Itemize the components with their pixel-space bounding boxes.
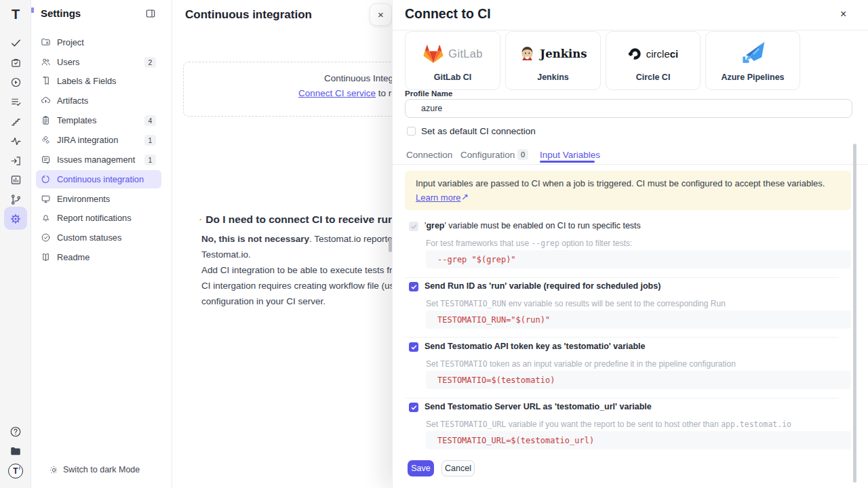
- settings-gear-icon[interactable]: [0, 210, 31, 228]
- provider-card-azure-pipelines[interactable]: Azure Pipelines: [705, 31, 800, 90]
- faq-paragraph: Add CI integration to be able to execute…: [201, 264, 392, 277]
- sidebar-item-report-notifications[interactable]: Report notifications: [36, 209, 161, 227]
- sidebar-item-environments[interactable]: Environments: [36, 190, 161, 208]
- gitlab-wordmark: GitLab: [448, 47, 482, 60]
- content-scrollbar-thumb[interactable]: [389, 238, 392, 252]
- list-check-icon[interactable]: [0, 93, 31, 110]
- run-id-checkbox[interactable]: [409, 282, 418, 291]
- code-snippet: TESTOMATIO_RUN="$(run)": [437, 315, 550, 325]
- panel-title: Connect to CI: [405, 6, 491, 22]
- jenkins-wordmark: Jenkins: [540, 47, 587, 60]
- page-title: Continuous integration: [185, 8, 312, 22]
- tab-connection[interactable]: Connection: [406, 150, 452, 160]
- icon-rail: T: [0, 0, 31, 488]
- play-circle-icon[interactable]: [0, 73, 31, 91]
- sidebar-item-jira-integration[interactable]: JIRA integration 1: [36, 131, 161, 149]
- app-root: T: [0, 0, 868, 488]
- active-tab-underline: [540, 161, 595, 163]
- check-icon[interactable]: [0, 34, 31, 52]
- code-block: --grep "$(grep)": [426, 250, 851, 268]
- code-block: TESTOMATIO_URL=$(testomatio_url): [426, 431, 851, 449]
- api-token-checkbox[interactable]: [409, 342, 418, 352]
- provider-label: GitLab CI: [406, 73, 500, 82]
- activity-icon[interactable]: [0, 132, 31, 150]
- sidebar-title: Settings: [41, 7, 81, 19]
- faq-paragraph: configuration in your CI server.: [201, 296, 392, 308]
- section-description: Set TESTOMATIO_RUN env variable so resul…: [426, 299, 726, 308]
- import-icon[interactable]: [0, 152, 31, 169]
- sidebar-item-label: Report notifications: [57, 213, 132, 223]
- sidebar-badge: 1: [144, 135, 156, 146]
- provider-card-gitlab[interactable]: GitLab GitLab CI: [405, 31, 500, 90]
- sidebar-item-readme[interactable]: Readme: [36, 248, 161, 266]
- sidebar-item-project[interactable]: Project: [36, 33, 161, 52]
- circleci-wordmark: circleci: [646, 48, 679, 60]
- projects-folder-icon[interactable]: [0, 443, 31, 460]
- provider-card-jenkins[interactable]: Jenkins Jenkins: [505, 31, 601, 90]
- section-label: Send Run ID as 'run' variable (required …: [425, 281, 660, 291]
- faq-title: Do I need to connect CI to receive rur: [199, 214, 392, 226]
- connect-ci-service-link[interactable]: Connect CI service: [298, 88, 376, 98]
- provider-label: Jenkins: [506, 73, 600, 82]
- provider-label: Azure Pipelines: [706, 73, 800, 82]
- profile-name-label: Profile Name: [405, 89, 452, 98]
- panel-scrollbar-thumb[interactable]: [853, 144, 856, 483]
- sidebar-item-label: Project: [57, 37, 84, 47]
- profile-name-input[interactable]: [405, 99, 852, 118]
- code-block: TESTOMATIO=$(testomatio): [426, 371, 851, 389]
- info-notice: Input variables are passed to CI when a …: [405, 171, 851, 210]
- circleci-logo-icon: [628, 47, 642, 61]
- cancel-button[interactable]: Cancel: [441, 460, 475, 476]
- code-snippet: --grep "$(grep)": [437, 255, 516, 264]
- external-link-icon: ↗: [461, 192, 469, 202]
- sidebar-item-artifacts[interactable]: Artifacts: [36, 92, 161, 110]
- sidebar-badge: 2: [144, 57, 156, 68]
- sidebar-item-label: JIRA integration: [57, 135, 118, 145]
- default-ci-checkbox[interactable]: [407, 127, 416, 136]
- section-label: Send Testomatio API token key as 'testom…: [425, 342, 646, 351]
- profile-avatar[interactable]: T: [0, 462, 31, 480]
- sidebar-item-custom-statuses[interactable]: Custom statuses: [36, 228, 161, 247]
- tasks-icon[interactable]: [0, 54, 31, 71]
- section-divider: [405, 337, 839, 338]
- faq-paragraph: CI intergation requires creating workflo…: [201, 280, 392, 292]
- jenkins-logo-icon: [519, 45, 536, 62]
- save-button[interactable]: Save: [408, 460, 434, 476]
- section-label: 'grep' variable must be enabled on CI to…: [425, 221, 641, 230]
- faq-paragraph: Testomat.io.: [201, 249, 392, 261]
- faq-paragraph: No, this is not necessary. Testomat.io r…: [201, 233, 392, 245]
- server-url-checkbox[interactable]: [409, 403, 418, 412]
- chart-icon[interactable]: [0, 171, 31, 188]
- tab-input-variables[interactable]: Input Variables: [540, 150, 600, 160]
- empty-state-line2: Connect CI service to ru: [298, 88, 397, 98]
- steps-icon[interactable]: [0, 113, 31, 130]
- learn-more-link[interactable]: Learn more: [416, 192, 460, 203]
- sidebar-item-issues-management[interactable]: Issues management 1: [36, 150, 161, 169]
- connect-ci-panel: Connect to CI × GitLab GitLab CI: [392, 0, 868, 488]
- header-divider: [393, 30, 868, 30]
- collapse-sidebar-icon[interactable]: [145, 8, 156, 22]
- sidebar-item-labels-fields[interactable]: Labels & Fields: [36, 72, 161, 90]
- sidebar-item-templates[interactable]: Templates 4: [36, 111, 161, 129]
- logo-letter: T: [12, 7, 20, 22]
- sidebar-item-users[interactable]: Users 2: [36, 53, 161, 71]
- provider-label: Circle CI: [606, 73, 700, 82]
- app-logo[interactable]: T: [0, 5, 31, 23]
- provider-card-circleci[interactable]: circleci Circle CI: [606, 31, 701, 90]
- sidebar-item-label: Users: [57, 57, 79, 67]
- tab-configuration[interactable]: Configuration: [460, 150, 515, 160]
- section-divider: [405, 277, 839, 278]
- close-icon: ×: [378, 9, 384, 20]
- content-close-button[interactable]: ×: [370, 3, 392, 26]
- configuration-count-badge: 0: [517, 149, 528, 160]
- panel-close-icon[interactable]: ×: [840, 8, 846, 20]
- default-ci-label: Set as default CI connection: [421, 126, 536, 136]
- git-branch-icon[interactable]: [0, 190, 31, 208]
- section-description: Set TESTOMATIO_URL variable if you want …: [426, 420, 791, 429]
- sidebar-item-label: Issues management: [57, 155, 135, 165]
- gitlab-logo-icon: [422, 43, 444, 64]
- help-icon[interactable]: [0, 423, 31, 441]
- sidebar-item-label: Continuous integration: [57, 174, 144, 184]
- sidebar-item-continuous-integration[interactable]: Continuous integration: [36, 170, 161, 188]
- dark-mode-toggle[interactable]: Switch to dark Mode: [50, 465, 140, 474]
